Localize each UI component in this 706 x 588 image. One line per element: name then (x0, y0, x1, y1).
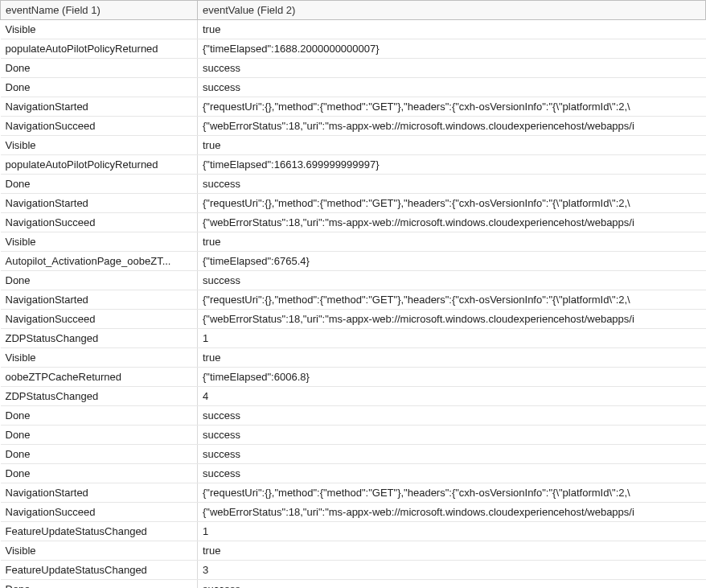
cell-eventname: Done (1, 445, 198, 464)
cell-eventname: Done (1, 78, 198, 97)
cell-eventname: Visible (1, 232, 198, 252)
table-row[interactable]: Donesuccess (1, 580, 706, 589)
cell-eventvalue: true (198, 136, 706, 155)
cell-eventname: NavigationStarted (1, 483, 198, 503)
column-header-eventname[interactable]: eventName (Field 1) (1, 1, 198, 20)
cell-eventvalue: success (198, 271, 706, 290)
table-row[interactable]: Visibletrue (1, 541, 706, 561)
cell-eventname: NavigationSucceed (1, 213, 198, 232)
cell-eventname: Done (1, 464, 198, 483)
cell-eventname: Visible (1, 20, 198, 39)
cell-eventvalue: {"webErrorStatus":18,"uri":"ms-appx-web:… (198, 503, 706, 522)
cell-eventvalue: success (198, 426, 706, 445)
cell-eventname: populateAutoPilotPolicyReturned (1, 39, 198, 59)
cell-eventvalue: {"requestUri":{},"method":{"method":"GET… (198, 290, 706, 310)
cell-eventvalue: {"timeElapsed":6765.4} (198, 252, 706, 271)
cell-eventname: oobeZTPCacheReturned (1, 368, 198, 387)
cell-eventvalue: {"webErrorStatus":18,"uri":"ms-appx-web:… (198, 310, 706, 329)
cell-eventvalue: success (198, 78, 706, 97)
cell-eventvalue: 1 (198, 522, 706, 541)
cell-eventname: FeatureUpdateStatusChanged (1, 561, 198, 580)
table-row[interactable]: Donesuccess (1, 406, 706, 426)
cell-eventvalue: true (198, 20, 706, 39)
cell-eventvalue: 4 (198, 387, 706, 406)
cell-eventname: Done (1, 426, 198, 445)
table-row[interactable]: populateAutoPilotPolicyReturned{"timeEla… (1, 39, 706, 59)
table-row[interactable]: Visibletrue (1, 348, 706, 368)
table-row[interactable]: Donesuccess (1, 175, 706, 194)
cell-eventname: Done (1, 271, 198, 290)
table-row[interactable]: Visibletrue (1, 232, 706, 252)
table-row[interactable]: Donesuccess (1, 271, 706, 290)
table-row[interactable]: ZDPStatusChanged4 (1, 387, 706, 406)
table-row[interactable]: Donesuccess (1, 78, 706, 97)
cell-eventvalue: {"requestUri":{},"method":{"method":"GET… (198, 97, 706, 117)
event-grid[interactable]: eventName (Field 1) eventValue (Field 2)… (0, 0, 706, 588)
table-row[interactable]: NavigationSucceed{"webErrorStatus":18,"u… (1, 117, 706, 136)
cell-eventvalue: 1 (198, 329, 706, 348)
table-row[interactable]: NavigationStarted{"requestUri":{},"metho… (1, 97, 706, 117)
cell-eventname: Done (1, 59, 198, 78)
cell-eventname: Autopilot_ActivationPage_oobeZT... (1, 252, 198, 271)
cell-eventvalue: {"requestUri":{},"method":{"method":"GET… (198, 483, 706, 503)
cell-eventname: NavigationStarted (1, 194, 198, 213)
cell-eventname: Done (1, 580, 198, 589)
table-row[interactable]: FeatureUpdateStatusChanged1 (1, 522, 706, 541)
cell-eventname: FeatureUpdateStatusChanged (1, 522, 198, 541)
cell-eventvalue: true (198, 348, 706, 368)
cell-eventname: Visible (1, 348, 198, 368)
cell-eventvalue: {"timeElapsed":6006.8} (198, 368, 706, 387)
cell-eventname: ZDPStatusChanged (1, 329, 198, 348)
cell-eventvalue: {"webErrorStatus":18,"uri":"ms-appx-web:… (198, 117, 706, 136)
cell-eventname: Done (1, 175, 198, 194)
cell-eventvalue: {"webErrorStatus":18,"uri":"ms-appx-web:… (198, 213, 706, 232)
table-row[interactable]: Visibletrue (1, 20, 706, 39)
table-row[interactable]: NavigationStarted{"requestUri":{},"metho… (1, 483, 706, 503)
table-row[interactable]: NavigationStarted{"requestUri":{},"metho… (1, 194, 706, 213)
table-row[interactable]: NavigationSucceed{"webErrorStatus":18,"u… (1, 213, 706, 232)
cell-eventvalue: success (198, 59, 706, 78)
cell-eventname: NavigationStarted (1, 97, 198, 117)
column-header-eventvalue[interactable]: eventValue (Field 2) (198, 1, 706, 20)
table-row[interactable]: NavigationSucceed{"webErrorStatus":18,"u… (1, 310, 706, 329)
cell-eventvalue: true (198, 232, 706, 252)
table-row[interactable]: Donesuccess (1, 59, 706, 78)
table-row[interactable]: Autopilot_ActivationPage_oobeZT...{"time… (1, 252, 706, 271)
cell-eventvalue: {"timeElapsed":1688.2000000000007} (198, 39, 706, 59)
cell-eventvalue: success (198, 445, 706, 464)
cell-eventvalue: {"timeElapsed":16613.699999999997} (198, 155, 706, 175)
table-row[interactable]: oobeZTPCacheReturned{"timeElapsed":6006.… (1, 368, 706, 387)
cell-eventvalue: success (198, 464, 706, 483)
table-row[interactable]: FeatureUpdateStatusChanged3 (1, 561, 706, 580)
cell-eventvalue: 3 (198, 561, 706, 580)
cell-eventname: NavigationSucceed (1, 503, 198, 522)
cell-eventname: Visible (1, 541, 198, 561)
cell-eventname: Done (1, 406, 198, 426)
table-row[interactable]: populateAutoPilotPolicyReturned{"timeEla… (1, 155, 706, 175)
table-row[interactable]: NavigationSucceed{"webErrorStatus":18,"u… (1, 503, 706, 522)
table-row[interactable]: Donesuccess (1, 445, 706, 464)
cell-eventvalue: success (198, 175, 706, 194)
cell-eventvalue: {"requestUri":{},"method":{"method":"GET… (198, 194, 706, 213)
cell-eventname: Visible (1, 136, 198, 155)
table-row[interactable]: Visibletrue (1, 136, 706, 155)
cell-eventname: NavigationSucceed (1, 117, 198, 136)
cell-eventname: NavigationStarted (1, 290, 198, 310)
table-row[interactable]: Donesuccess (1, 426, 706, 445)
cell-eventname: ZDPStatusChanged (1, 387, 198, 406)
cell-eventvalue: true (198, 541, 706, 561)
table-row[interactable]: ZDPStatusChanged1 (1, 329, 706, 348)
column-header-row: eventName (Field 1) eventValue (Field 2) (1, 1, 706, 20)
cell-eventvalue: success (198, 580, 706, 589)
cell-eventname: populateAutoPilotPolicyReturned (1, 155, 198, 175)
cell-eventvalue: success (198, 406, 706, 426)
cell-eventname: NavigationSucceed (1, 310, 198, 329)
table-row[interactable]: NavigationStarted{"requestUri":{},"metho… (1, 290, 706, 310)
table-row[interactable]: Donesuccess (1, 464, 706, 483)
